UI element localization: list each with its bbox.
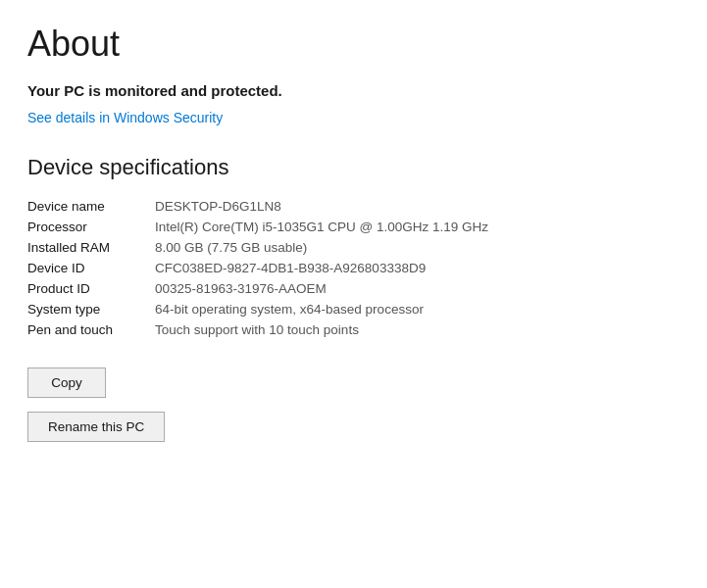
device-specs-table: Device nameDESKTOP-D6G1LN8ProcessorIntel…	[27, 196, 680, 340]
spec-label: Pen and touch	[27, 319, 155, 340]
spec-value: DESKTOP-D6G1LN8	[155, 196, 680, 217]
spec-value: 00325-81963-31976-AAOEM	[155, 278, 680, 299]
spec-label: Product ID	[27, 278, 155, 299]
table-row: Device nameDESKTOP-D6G1LN8	[27, 196, 680, 217]
spec-value: Intel(R) Core(TM) i5-1035G1 CPU @ 1.00GH…	[155, 217, 680, 237]
table-row: Pen and touchTouch support with 10 touch…	[27, 319, 680, 340]
rename-button-row: Rename this PC	[27, 412, 680, 442]
spec-label: Installed RAM	[27, 237, 155, 258]
table-row: Device IDCFC038ED-9827-4DB1-B938-A926803…	[27, 258, 680, 278]
rename-pc-button[interactable]: Rename this PC	[27, 412, 165, 442]
spec-value: 8.00 GB (7.75 GB usable)	[155, 237, 680, 258]
table-row: ProcessorIntel(R) Core(TM) i5-1035G1 CPU…	[27, 217, 680, 237]
page-title: About	[27, 24, 680, 65]
table-row: System type64-bit operating system, x64-…	[27, 299, 680, 319]
spec-label: Device name	[27, 196, 155, 217]
spec-label: Device ID	[27, 258, 155, 278]
protected-status-text: Your PC is monitored and protected.	[27, 82, 680, 99]
spec-value: CFC038ED-9827-4DB1-B938-A926803338D9	[155, 258, 680, 278]
spec-label: System type	[27, 299, 155, 319]
table-row: Installed RAM8.00 GB (7.75 GB usable)	[27, 237, 680, 258]
copy-button[interactable]: Copy	[27, 368, 106, 398]
spec-value: Touch support with 10 touch points	[155, 319, 680, 340]
windows-security-link[interactable]: See details in Windows Security	[27, 110, 223, 125]
spec-label: Processor	[27, 217, 155, 237]
spec-value: 64-bit operating system, x64-based proce…	[155, 299, 680, 319]
device-specs-heading: Device specifications	[27, 155, 680, 180]
table-row: Product ID00325-81963-31976-AAOEM	[27, 278, 680, 299]
copy-button-row: Copy	[27, 368, 680, 398]
